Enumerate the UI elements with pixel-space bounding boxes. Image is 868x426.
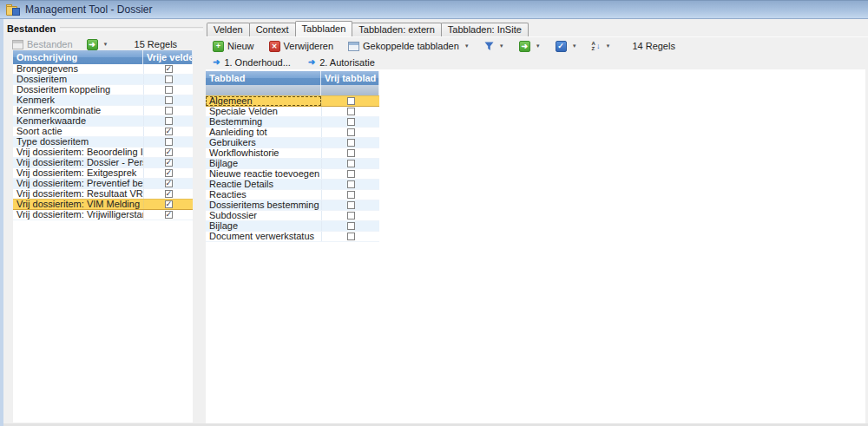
row-checkbox[interactable] [347, 180, 355, 188]
table-row[interactable]: Vrij dossieritem: Beoordeling Inkooprela… [13, 147, 193, 158]
chevron-down-icon[interactable]: ▼ [103, 42, 108, 47]
table-row[interactable]: Vrij dossieritem: Vrijwilligerstamgegeve… [13, 210, 193, 220]
checkbox-dropdown[interactable]: ✓ ▼ [552, 38, 581, 55]
row-checkbox[interactable] [165, 65, 173, 73]
nieuw-button[interactable]: + Nieuw [209, 38, 258, 55]
step-autorisatie-link[interactable]: ➜ 2. Autorisatie [308, 57, 375, 68]
table-row[interactable]: Kenmerkcombinatie [13, 106, 193, 116]
column-header-tabblad[interactable]: Tabblad [206, 71, 321, 85]
verwijderen-button[interactable]: ✕ Verwijderen [266, 38, 337, 55]
column-header-vrije-velden[interactable]: Vrije velden [143, 50, 193, 64]
tab-tabbladen[interactable]: Tabbladen [295, 21, 353, 36]
table-row[interactable]: Brongegevens [13, 64, 193, 75]
chevron-down-icon[interactable]: ▼ [536, 43, 541, 49]
row-checkbox[interactable] [165, 211, 173, 219]
table-row[interactable]: Gebruikers [206, 138, 379, 148]
row-checkbox[interactable] [347, 97, 355, 105]
table-row[interactable]: Workflowhistorie [206, 148, 379, 159]
table-row[interactable]: Reacties [206, 190, 379, 200]
row-checkbox[interactable] [165, 96, 173, 104]
table-row[interactable]: Vrij dossieritem: Dossier - Personalia [13, 158, 193, 168]
row-checkbox[interactable] [347, 108, 355, 115]
filter-row[interactable] [206, 85, 379, 96]
row-checkbox[interactable] [347, 222, 355, 230]
row-checkbox[interactable] [165, 107, 173, 115]
filter-dropdown[interactable]: ▼ [481, 39, 508, 54]
right-row-count: 14 Regels [632, 41, 675, 51]
row-checkbox[interactable] [347, 233, 355, 240]
step-onderhoud-link[interactable]: ➜ 1. Onderhoud... [213, 57, 291, 68]
table-row[interactable]: Aanleiding tot [206, 128, 379, 138]
tab-tabbladen-extern[interactable]: Tabbladen: extern [352, 23, 441, 36]
row-checkbox[interactable] [165, 200, 173, 208]
row-checkbox[interactable] [165, 180, 173, 187]
table-row[interactable]: Vrij dossieritem: Exitgesprek [13, 168, 193, 179]
table-row[interactable]: Dossieritem [13, 75, 193, 85]
row-checkbox[interactable] [347, 149, 355, 157]
row-checkbox[interactable] [347, 191, 355, 199]
table-row[interactable]: Nieuwe reactie toevoegen [206, 169, 379, 180]
table-row[interactable]: Soort actie [13, 127, 193, 137]
tab-context[interactable]: Context [249, 23, 296, 36]
row-check-cell [321, 221, 379, 231]
row-check-cell [143, 106, 193, 115]
row-checkbox[interactable] [347, 160, 355, 167]
row-checkbox[interactable] [347, 139, 355, 147]
row-label: Bijlage [206, 221, 321, 231]
row-label: Vrij dossieritem: Vrijwilligerstamgegeve… [13, 210, 143, 220]
table-row[interactable]: Bijlage [206, 221, 379, 232]
row-checkbox[interactable] [165, 128, 173, 135]
tab-velden[interactable]: Velden [207, 23, 250, 36]
group-title: Bestanden [7, 23, 56, 34]
row-check-cell [143, 116, 193, 126]
row-checkbox[interactable] [347, 212, 355, 220]
table-row[interactable]: Kenmerk [13, 95, 193, 106]
column-header-omschrijving[interactable]: Omschrijving [13, 50, 143, 64]
row-checkbox[interactable] [347, 201, 355, 209]
row-checkbox[interactable] [165, 117, 173, 125]
sort-dropdown[interactable]: AZ ↓ ▼ [589, 38, 615, 54]
table-row[interactable]: Dossieritem koppeling [13, 85, 193, 95]
table-row[interactable]: Dossieritems bestemming [206, 200, 379, 211]
chevron-down-icon[interactable]: ▼ [499, 43, 504, 49]
row-checkbox[interactable] [165, 159, 173, 167]
tabstrip: VeldenContextTabbladenTabbladen: externT… [207, 22, 528, 36]
chevron-down-icon[interactable]: ▼ [605, 43, 610, 49]
table-row[interactable]: Vrij dossieritem: VIM Melding [13, 199, 193, 210]
row-checkbox[interactable] [165, 190, 173, 198]
row-checkbox[interactable] [165, 148, 173, 156]
row-checkbox[interactable] [165, 169, 173, 177]
table-row[interactable]: Kenmerkwaarde [13, 116, 193, 127]
row-check-cell [143, 200, 193, 209]
chevron-down-icon[interactable]: ▼ [464, 43, 470, 49]
table-row[interactable]: Speciale Velden [206, 107, 379, 117]
row-label: Reactie Details [206, 180, 321, 189]
row-checkbox[interactable] [347, 128, 355, 136]
row-label: Brongegevens [13, 64, 143, 74]
gekoppelde-tabbladen-dropdown[interactable]: Gekoppelde tabbladen ▼ [345, 38, 473, 54]
grid-body: BrongegevensDossieritemDossieritem koppe… [13, 64, 193, 220]
table-row[interactable]: Algemeen [206, 95, 379, 107]
tab-tabbladen-insite[interactable]: Tabbladen: InSite [441, 23, 529, 36]
row-check-cell [143, 210, 193, 220]
row-checkbox[interactable] [165, 138, 173, 146]
table-row[interactable]: Bijlage [206, 159, 379, 169]
table-row[interactable]: Subdossier [206, 211, 379, 221]
table-row[interactable]: Vrij dossieritem: Preventief bezoek bedr… [13, 179, 193, 189]
row-checkbox[interactable] [165, 75, 173, 83]
table-row[interactable]: Bestemming [206, 117, 379, 128]
tab-page-content: Tabblad Vrij tabblad AlgemeenSpeciale Ve… [206, 69, 865, 423]
row-label: Nieuwe reactie toevoegen [206, 169, 321, 179]
row-check-cell [321, 232, 379, 241]
table-row[interactable]: Document verwerkstatus [206, 232, 379, 242]
column-header-vrij-tabblad[interactable]: Vrij tabblad [321, 71, 379, 85]
table-row[interactable]: Type dossieritem [13, 137, 193, 147]
table-row[interactable]: Vrij dossieritem: Resultaat VRH [13, 189, 193, 200]
chevron-down-icon[interactable]: ▼ [572, 43, 577, 49]
row-checkbox[interactable] [347, 170, 355, 178]
table-row[interactable]: Reactie Details [206, 180, 379, 190]
row-checkbox[interactable] [165, 86, 173, 94]
row-checkbox[interactable] [347, 118, 355, 126]
gekoppelde-tabbladen-label: Gekoppelde tabbladen [363, 41, 459, 51]
go-dropdown[interactable]: ➜ ▼ [516, 38, 544, 55]
